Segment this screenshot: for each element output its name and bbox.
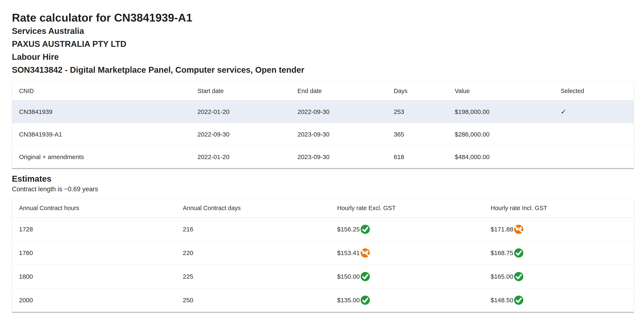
- check-icon: [360, 272, 370, 281]
- col-header-rate-incl-gst: Hourly rate Incl. GST: [484, 199, 634, 218]
- rate-incl-value: $171.88: [491, 226, 513, 233]
- rate-excl-value: $150.00: [337, 273, 360, 280]
- contracts-table: CNID Start date End date Days Value Sele…: [12, 81, 634, 169]
- check-circle-icon: [514, 272, 524, 281]
- non-potable-icon: [360, 248, 370, 258]
- cell-value: $198,000.00: [448, 101, 554, 123]
- cell-rate-incl: $148.50: [484, 288, 634, 312]
- contract-length-note: Contract length is ~0.69 years: [12, 185, 634, 193]
- rate-incl-value: $168.75: [491, 249, 513, 256]
- cell-rate-excl: $135.00: [330, 288, 484, 312]
- cell-annual-hours: 1800: [12, 265, 176, 288]
- cell-rate-incl: $168.75: [484, 241, 634, 265]
- cell-annual-hours: 2000: [12, 288, 176, 312]
- non-potable-icon: [514, 224, 524, 234]
- estimates-header-row: Annual Contract hours Annual Contract da…: [12, 199, 634, 218]
- contract-row-original-plus-amendments[interactable]: Original + amendments 2022-01-20 2023-09…: [12, 146, 634, 168]
- cell-days: 253: [387, 101, 448, 123]
- check-icon: [514, 295, 524, 305]
- non-potable-icon: [360, 248, 370, 258]
- rate-excl-value: $156.25: [337, 226, 360, 233]
- cell-rate-incl: $165.00: [484, 265, 634, 288]
- rate-excl-value: $153.41: [337, 249, 360, 256]
- cell-annual-days: 225: [176, 265, 330, 288]
- cell-start-date: 2022-09-30: [191, 123, 291, 146]
- col-header-value: Value: [448, 82, 554, 101]
- cell-value: $484,000.00: [448, 146, 554, 168]
- col-header-cnid: CNID: [12, 82, 191, 101]
- estimates-heading: Estimates: [12, 174, 634, 184]
- cell-rate-excl: $150.00: [330, 265, 484, 288]
- cell-annual-days: 216: [176, 218, 330, 241]
- cell-start-date: 2022-01-20: [191, 146, 291, 168]
- cell-start-date: 2022-01-20: [191, 101, 291, 123]
- check-icon: [514, 248, 524, 258]
- estimate-row: 2000 250 $135.00 $148.50: [12, 288, 634, 312]
- cell-selected: ✓: [554, 101, 634, 123]
- contract-row-cn3841939[interactable]: CN3841939 2022-01-20 2022-09-30 253 $198…: [12, 101, 634, 123]
- rate-excl-value: $135.00: [337, 297, 360, 304]
- cell-rate-incl: $171.88: [484, 218, 634, 241]
- col-header-rate-excl-gst: Hourly rate Excl. GST: [330, 199, 484, 218]
- col-header-selected: Selected: [554, 82, 634, 101]
- estimate-row: 1728 216 $156.25 $171.88: [12, 218, 634, 241]
- estimate-row: 1800 225 $150.00 $165.00: [12, 265, 634, 288]
- estimates-table: Annual Contract hours Annual Contract da…: [12, 198, 634, 312]
- contract-row-cn3841939-a1[interactable]: CN3841939-A1 2022-09-30 2023-09-30 365 $…: [12, 123, 634, 146]
- page-title: Rate calculator for CN3841939-A1: [12, 11, 634, 25]
- col-header-annual-days: Annual Contract days: [176, 199, 330, 218]
- col-header-start-date: Start date: [191, 82, 291, 101]
- selected-check-mark: ✓: [561, 108, 566, 116]
- cell-cnid: CN3841939-A1: [12, 123, 191, 146]
- check-circle-icon: [514, 248, 524, 258]
- cell-selected: [554, 123, 634, 146]
- cell-end-date: 2023-09-30: [291, 123, 387, 146]
- cell-value: $286,000.00: [448, 123, 554, 146]
- cell-cnid: CN3841939: [12, 101, 191, 123]
- category-label: Labour Hire: [12, 50, 634, 63]
- cell-annual-hours: 1760: [12, 241, 176, 265]
- check-circle-icon: [360, 224, 370, 234]
- cell-selected: [554, 146, 634, 168]
- check-circle-icon: [514, 295, 524, 305]
- check-icon: [360, 224, 370, 234]
- cell-end-date: 2022-09-30: [291, 101, 387, 123]
- panel-label: SON3413842 - Digital Marketplace Panel, …: [12, 63, 634, 76]
- check-icon: [360, 295, 370, 305]
- cell-rate-excl: $153.41: [330, 241, 484, 265]
- supplier-name: PAXUS AUSTRALIA PTY LTD: [12, 38, 634, 50]
- cell-annual-hours: 1728: [12, 218, 176, 241]
- rate-incl-value: $148.50: [491, 297, 513, 304]
- cell-annual-days: 250: [176, 288, 330, 312]
- non-potable-icon: [514, 224, 524, 234]
- cell-days: 365: [387, 123, 448, 146]
- col-header-end-date: End date: [291, 82, 387, 101]
- contracts-header-row: CNID Start date End date Days Value Sele…: [12, 82, 634, 101]
- col-header-annual-hours: Annual Contract hours: [12, 199, 176, 218]
- cell-days: 618: [387, 146, 448, 168]
- rate-calculator-page: Rate calculator for CN3841939-A1 Service…: [0, 11, 644, 312]
- col-header-days: Days: [387, 82, 448, 101]
- rate-incl-value: $165.00: [491, 273, 513, 280]
- cell-rate-excl: $156.25: [330, 218, 484, 241]
- check-icon: [514, 272, 524, 281]
- cell-cnid: Original + amendments: [12, 146, 191, 168]
- cell-annual-days: 220: [176, 241, 330, 265]
- estimate-row: 1760 220 $153.41 $168.75: [12, 241, 634, 265]
- agency-name: Services Australia: [12, 25, 634, 38]
- check-circle-icon: [360, 272, 370, 281]
- cell-end-date: 2023-09-30: [291, 146, 387, 168]
- check-circle-icon: [360, 295, 370, 305]
